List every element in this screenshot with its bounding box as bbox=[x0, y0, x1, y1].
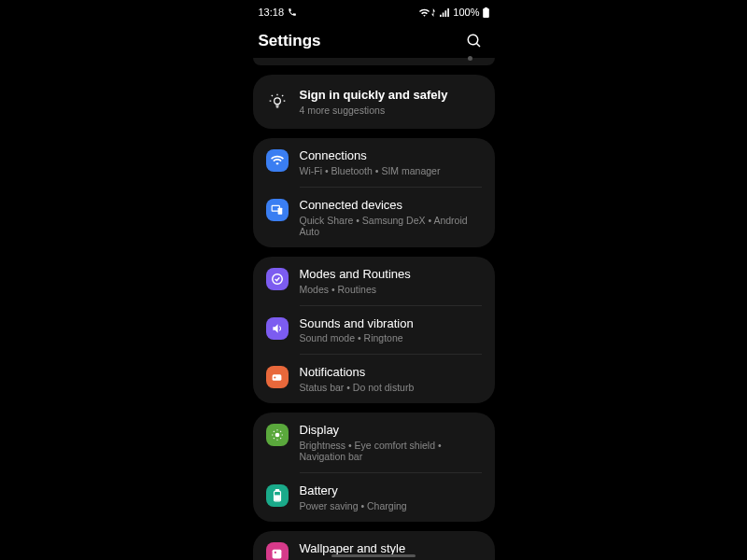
wifi-icon bbox=[266, 149, 289, 172]
svg-rect-27 bbox=[275, 490, 279, 492]
svg-line-9 bbox=[282, 95, 283, 96]
status-right: 100% bbox=[419, 7, 488, 18]
svg-line-23 bbox=[280, 439, 281, 440]
settings-group: Modes and RoutinesModes • RoutinesSounds… bbox=[253, 257, 495, 404]
svg-line-25 bbox=[280, 431, 281, 432]
status-left: 13:18 bbox=[259, 7, 298, 18]
svg-rect-13 bbox=[277, 207, 282, 214]
svg-rect-28 bbox=[275, 496, 279, 500]
search-button[interactable] bbox=[463, 30, 486, 52]
suggestion-text: Sign in quickly and safely 4 more sugges… bbox=[300, 88, 482, 116]
partial-card bbox=[253, 58, 495, 65]
item-text: Connected devicesQuick Share • Samsung D… bbox=[300, 198, 482, 237]
suggestion-card[interactable]: Sign in quickly and safely 4 more sugges… bbox=[253, 75, 495, 129]
signal-status-icon bbox=[440, 8, 450, 17]
item-text: BatteryPower saving • Charging bbox=[300, 483, 482, 511]
item-text: DisplayBrightness • Eye comfort shield •… bbox=[300, 423, 482, 462]
page-title: Settings bbox=[259, 32, 321, 50]
data-status-icon bbox=[431, 8, 438, 17]
item-sub: Status bar • Do not disturb bbox=[300, 382, 482, 393]
settings-item-connections[interactable]: ConnectionsWi-Fi • Bluetooth • SIM manag… bbox=[253, 138, 495, 187]
nav-handle[interactable] bbox=[331, 554, 416, 557]
item-text: ConnectionsWi-Fi • Bluetooth • SIM manag… bbox=[300, 148, 482, 176]
svg-line-3 bbox=[476, 43, 480, 47]
settings-item-connected-devices[interactable]: Connected devicesQuick Share • Samsung D… bbox=[253, 188, 495, 247]
item-sub: Quick Share • Samsung DeX • Android Auto bbox=[300, 215, 482, 237]
settings-item-display[interactable]: DisplayBrightness • Eye comfort shield •… bbox=[253, 413, 495, 472]
svg-point-4 bbox=[274, 98, 280, 105]
item-title: Connections bbox=[300, 148, 482, 164]
settings-item-battery[interactable]: BatteryPower saving • Charging bbox=[253, 473, 495, 522]
item-title: Connected devices bbox=[300, 198, 482, 214]
suggestion-title: Sign in quickly and safely bbox=[300, 88, 482, 104]
item-sub: Wi-Fi • Bluetooth • SIM manager bbox=[300, 165, 482, 176]
settings-group: ConnectionsWi-Fi • Bluetooth • SIM manag… bbox=[253, 138, 495, 247]
svg-point-16 bbox=[274, 376, 275, 378]
palette-icon bbox=[266, 542, 289, 560]
item-text: Sounds and vibrationSound mode • Rington… bbox=[300, 316, 482, 344]
suggestion-sub: 4 more suggestions bbox=[300, 105, 482, 116]
svg-point-2 bbox=[468, 35, 478, 45]
sun-icon bbox=[266, 424, 289, 446]
settings-item-modes-and-routines[interactable]: Modes and RoutinesModes • Routines bbox=[253, 257, 495, 305]
svg-line-24 bbox=[273, 439, 274, 440]
lightbulb-icon bbox=[266, 91, 289, 113]
check-icon bbox=[266, 268, 289, 290]
settings-item-sounds-and-vibration[interactable]: Sounds and vibrationSound mode • Rington… bbox=[253, 306, 495, 355]
item-sub: Power saving • Charging bbox=[300, 500, 482, 511]
svg-line-22 bbox=[273, 431, 274, 432]
item-title: Modes and Routines bbox=[300, 267, 482, 283]
svg-point-17 bbox=[275, 433, 279, 438]
settings-group: DisplayBrightness • Eye comfort shield •… bbox=[253, 413, 495, 522]
svg-line-8 bbox=[271, 95, 272, 96]
status-icons bbox=[419, 8, 450, 17]
header: Settings bbox=[246, 21, 502, 58]
svg-point-30 bbox=[275, 551, 276, 553]
status-time: 13:18 bbox=[259, 7, 285, 18]
status-bar: 13:18 100% bbox=[246, 0, 502, 21]
item-title: Display bbox=[300, 423, 482, 439]
svg-rect-29 bbox=[273, 549, 282, 558]
item-text: Wallpaper and styleWallpapers • Colour p… bbox=[300, 541, 482, 560]
battery-icon bbox=[483, 7, 489, 18]
search-icon bbox=[466, 33, 483, 49]
phone-icon bbox=[288, 7, 297, 17]
item-title: Sounds and vibration bbox=[300, 316, 482, 332]
item-title: Battery bbox=[300, 483, 482, 499]
item-text: NotificationsStatus bar • Do not disturb bbox=[300, 365, 482, 393]
settings-item-notifications[interactable]: NotificationsStatus bar • Do not disturb bbox=[253, 355, 495, 403]
wifi-status-icon bbox=[419, 8, 430, 17]
item-text: Modes and RoutinesModes • Routines bbox=[300, 267, 482, 295]
bell-icon bbox=[266, 366, 289, 388]
item-sub: Sound mode • Ringtone bbox=[300, 332, 482, 343]
status-battery: 100% bbox=[453, 7, 479, 18]
item-sub: Brightness • Eye comfort shield • Naviga… bbox=[300, 440, 482, 462]
sound-icon bbox=[266, 317, 289, 340]
content: Sign in quickly and safely 4 more sugges… bbox=[246, 58, 502, 560]
svg-rect-0 bbox=[483, 8, 489, 18]
devices-icon bbox=[266, 199, 289, 221]
item-sub: Modes • Routines bbox=[300, 284, 482, 295]
phone-frame: 13:18 100% Settings Sign bbox=[246, 0, 502, 560]
svg-rect-1 bbox=[484, 7, 486, 9]
svg-rect-15 bbox=[273, 374, 282, 381]
battery-icon bbox=[266, 484, 289, 507]
item-title: Notifications bbox=[300, 365, 482, 381]
